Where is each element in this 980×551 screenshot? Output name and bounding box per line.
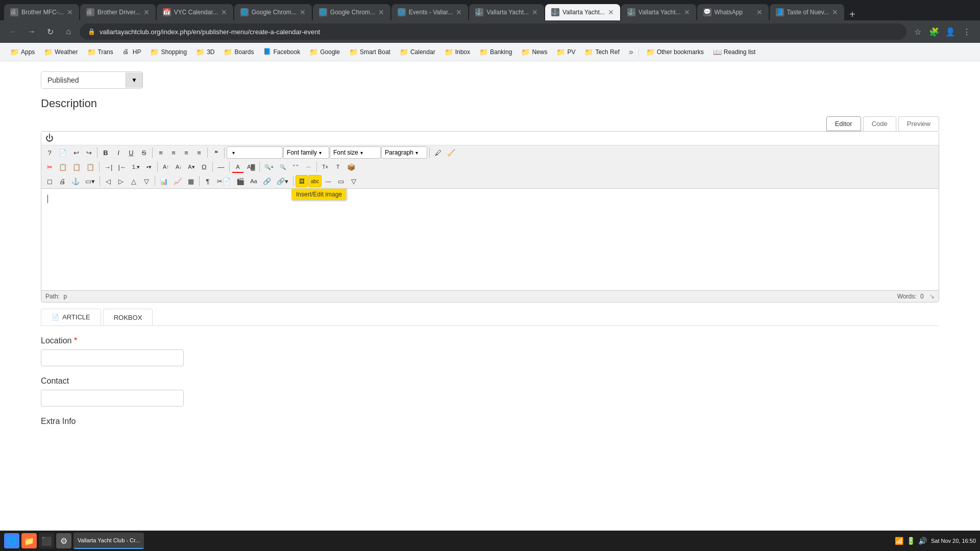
bookmark-3d[interactable]: 📁 3D	[192, 46, 218, 58]
bookmark-inbox[interactable]: 📁 Inbox	[440, 46, 474, 58]
tb-subscript-btn[interactable]: A↓	[173, 161, 185, 173]
tab-vallarta-yacht-7[interactable]: ⚓ Vallarta Yacht... ✕	[469, 4, 544, 20]
contact-input[interactable]	[41, 390, 184, 407]
tab-taste-of-nuevo[interactable]: 📘 Taste of Nuev... ✕	[770, 4, 844, 20]
tb-textformat-btn[interactable]: T	[332, 161, 344, 173]
bookmark-hp[interactable]: 🖨 HP	[118, 46, 145, 58]
tb-cutrow-btn[interactable]: ✂📄	[214, 175, 233, 187]
tb-bold-btn[interactable]: B	[100, 146, 112, 159]
bookmark-trans[interactable]: 📁 Trans	[83, 46, 117, 58]
tb-more-btn[interactable]: ···	[302, 161, 314, 173]
tb-more2-btn[interactable]: ▽	[348, 175, 360, 187]
bookmark-other[interactable]: 📁 Other bookmarks	[642, 46, 708, 58]
tb-quote-btn[interactable]: " "	[289, 161, 302, 173]
tb-blockquote-btn[interactable]: ❝	[210, 146, 222, 159]
tb-cut-btn[interactable]: ✂	[43, 161, 56, 173]
bookmark-google[interactable]: 📁 Google	[305, 46, 344, 58]
tb-chart-btn[interactable]: 📊	[157, 175, 170, 187]
tb-find-btn[interactable]: 🔍	[277, 161, 289, 173]
tb-paste-text-btn[interactable]: 📋	[84, 161, 97, 173]
tb-underline-btn[interactable]: U	[125, 146, 137, 159]
tb-findreplace-btn[interactable]: 🔍+	[262, 161, 276, 173]
tb-strikethrough-btn[interactable]: S	[138, 146, 150, 159]
tab-close-btn[interactable]: ✕	[378, 8, 384, 16]
status-dropdown[interactable]: Published ▼	[41, 71, 143, 89]
bookmark-pv[interactable]: 📁 PV	[552, 46, 579, 58]
editor-content-area[interactable]	[41, 189, 939, 291]
tb-outdent-btn[interactable]: |←	[115, 161, 129, 173]
tb-undo-btn[interactable]: ↩	[70, 146, 82, 159]
tb-align-right-btn[interactable]: ≡	[193, 146, 205, 159]
tb-spellcheck-btn[interactable]: abc	[308, 175, 322, 187]
taskbar-active-window[interactable]: Vallarta Yacht Club - Cr...	[74, 533, 144, 549]
tb-newdoc-btn[interactable]: 📄	[56, 146, 69, 159]
tab-vallarta-yacht-9[interactable]: ⚓ Vallarta Yacht... ✕	[621, 4, 696, 20]
taskbar-chrome-icon[interactable]: 🌐	[4, 533, 19, 548]
tab-vallarta-yacht-8[interactable]: ⚓ Vallarta Yacht... ✕	[545, 4, 620, 20]
tb-help-btn[interactable]: ?	[43, 146, 56, 159]
tab-close-btn[interactable]: ✕	[221, 8, 227, 16]
tab-whatsapp[interactable]: 💬 WhatsApp ✕	[697, 4, 769, 20]
address-bar[interactable]: 🔒 vallartayachtclub.org/index.php/en/pub…	[80, 23, 906, 40]
tb-showblocks-btn[interactable]: ¶	[202, 175, 214, 187]
tb-bgcolor-btn[interactable]: A▓	[244, 161, 257, 173]
tb-anchor-btn[interactable]: ⚓	[69, 175, 82, 187]
tab-close-btn[interactable]: ✕	[143, 8, 150, 16]
tab-close-btn[interactable]: ✕	[832, 8, 838, 16]
tab-rokbox[interactable]: ROKBOX	[103, 309, 153, 325]
menu-button[interactable]: ⋮	[960, 24, 974, 39]
tb-moveright-btn[interactable]: ▷	[115, 175, 127, 187]
location-input[interactable]	[41, 349, 184, 366]
tb-unordered-list-btn[interactable]: •▾	[143, 161, 155, 173]
tab-brother-mfc[interactable]: 🖨 Brother MFC-... ✕	[4, 4, 79, 20]
taskbar-terminal-icon[interactable]: ⬛	[39, 533, 54, 548]
tb-insertimage-btn[interactable]: 🖼	[296, 175, 308, 187]
tab-code[interactable]: Code	[863, 116, 896, 131]
tb-styles-dropdown[interactable]: Paragraph ▾	[381, 146, 427, 159]
bookmark-boards[interactable]: 📁 Boards	[219, 46, 258, 58]
tb-ordered-list-btn[interactable]: 1.▾	[130, 161, 142, 173]
tab-close-btn[interactable]: ✕	[300, 8, 306, 16]
tb-paste-btn[interactable]: 📋	[70, 161, 83, 173]
bookmark-facebook[interactable]: 📘 Facebook	[259, 46, 305, 58]
tb-charmap-btn[interactable]: Aa	[248, 175, 260, 187]
taskbar-files-icon[interactable]: 📁	[21, 533, 37, 548]
tab-close-btn[interactable]: ✕	[756, 8, 763, 16]
tb-insertframe-btn[interactable]: ◻	[43, 175, 56, 187]
tb-insertmedia-btn[interactable]: 🎬	[234, 175, 247, 187]
tb-hr2-btn[interactable]: —	[322, 175, 334, 187]
bookmark-banking[interactable]: 📁 Banking	[475, 46, 516, 58]
bookmark-shopping[interactable]: 📁 Shopping	[146, 46, 191, 58]
tab-close-btn[interactable]: ✕	[532, 8, 538, 16]
tab-vyc-calendar[interactable]: 📅 VYC Calendar... ✕	[157, 4, 233, 20]
tab-close-btn[interactable]: ✕	[608, 8, 614, 16]
tb-highlight-btn[interactable]: 🖊	[432, 146, 444, 159]
tb-box-btn[interactable]: ▭	[335, 175, 347, 187]
bookmark-calendar[interactable]: 📁 Calendar	[396, 46, 439, 58]
tb-insertlayer-btn[interactable]: ▭▾	[83, 175, 97, 187]
tb-managelinks-btn[interactable]: 🔗	[260, 175, 274, 187]
extensions-button[interactable]: 🧩	[927, 24, 941, 39]
tb-moveleft-btn[interactable]: ◁	[102, 175, 114, 187]
home-button[interactable]: ⌂	[61, 24, 76, 39]
tab-google-chrome-5[interactable]: 🌐 Google Chrom... ✕	[313, 4, 390, 20]
tb-fontsize-dropdown[interactable]: Font family ▾	[283, 146, 329, 159]
bookmark-news[interactable]: 📁 News	[517, 46, 551, 58]
status-select[interactable]: Published	[41, 72, 126, 88]
tab-google-chrome-4[interactable]: 🌐 Google Chrom... ✕	[234, 4, 312, 20]
profile-button[interactable]: 👤	[943, 24, 958, 39]
tb-align-left-btn[interactable]: ≡	[167, 146, 180, 159]
tb-removeformat-btn[interactable]: T×	[319, 161, 331, 173]
tb-italic-btn[interactable]: I	[112, 146, 125, 159]
tab-editor[interactable]: Editor	[826, 116, 861, 131]
tb-fonteffects-btn[interactable]: A▾	[185, 161, 198, 173]
bookmark-reading-list[interactable]: 📖 Reading list	[709, 46, 760, 58]
tab-article[interactable]: 📄 ARTICLE	[41, 309, 101, 325]
tb-fontfamily-dropdown[interactable]: ▾	[227, 146, 283, 159]
tb-indent-btn[interactable]: →|	[102, 161, 115, 173]
tb-redo-btn[interactable]: ↪	[83, 146, 95, 159]
status-dropdown-arrow[interactable]: ▼	[126, 72, 142, 88]
tb-hr-btn[interactable]: —	[215, 161, 227, 173]
bookmark-apps[interactable]: 📁 Apps	[6, 46, 39, 58]
tab-brother-driver[interactable]: 🖨 Brother Driver... ✕	[80, 4, 156, 20]
